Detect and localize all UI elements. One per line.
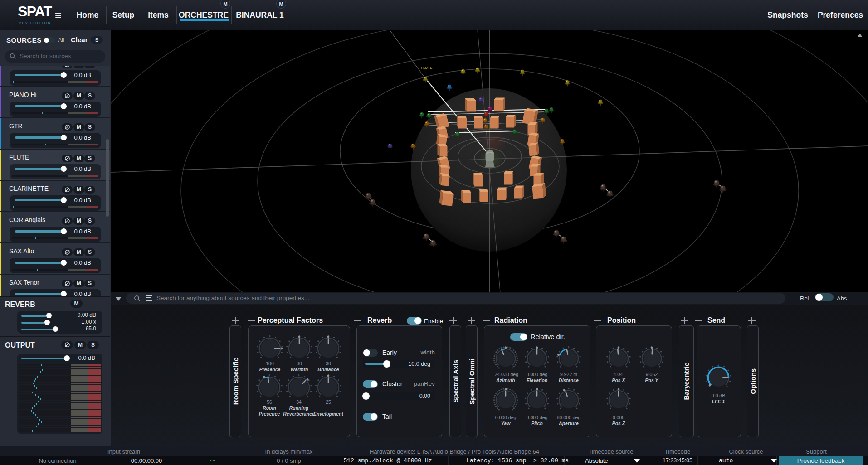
svg-text:FLUTE: FLUTE xyxy=(421,66,432,70)
